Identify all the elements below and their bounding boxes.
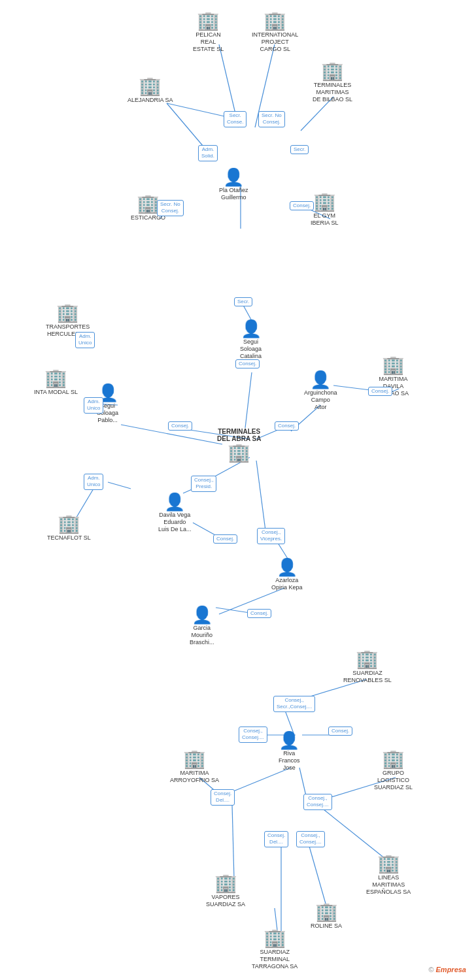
role-consej-riva2[interactable]: Consej. <box>328 727 352 736</box>
role-adm-unico-davila[interactable]: Adm.Unico <box>84 474 103 490</box>
company-alejandria[interactable]: 🏢 ALEJANDRIA SA <box>128 77 173 104</box>
person-garcia[interactable]: 👤 GarciaMouriñoBraschi... <box>190 606 214 645</box>
role-consej-vicepres[interactable]: Consej.,Vicepres. <box>257 528 285 544</box>
role-badge[interactable]: Consej.,Presid. <box>191 476 216 492</box>
role-badge[interactable]: Secr. NoConsej. <box>258 111 285 127</box>
company-label: SUARDIAZRENOVABLES SL <box>343 670 392 684</box>
connection-lines <box>0 0 476 980</box>
company-label: ROLINE SA <box>311 923 342 930</box>
role-consej-maritima-davila[interactable]: Consej. <box>368 387 392 396</box>
company-label: GRUPOLOGISTICOSUARDIAZ SL <box>374 770 413 791</box>
company-label: INTERNATIONALPROJECTCARGO SL <box>252 31 298 52</box>
role-consej-segui-s[interactable]: Consej. <box>235 359 260 368</box>
copyright: © Empresa <box>428 966 466 973</box>
role-secr-segui[interactable]: Secr. <box>234 297 252 306</box>
role-secr-no-consej-1[interactable]: Secr. NoConsej. <box>258 111 285 127</box>
company-inta-modal[interactable]: 🏢 INTA MODAL SL <box>34 369 78 396</box>
role-secr-no-consej-esticargo[interactable]: Secr. NoConsej. <box>157 200 184 216</box>
building-icon: 🏢 <box>137 195 160 213</box>
person-pla-otanez[interactable]: 👤 Pla OtañezGuillermo <box>219 169 248 201</box>
role-badge[interactable]: Consej. <box>213 534 237 544</box>
company-pelican[interactable]: 🏢 PELICANREALESTATE SL <box>193 12 224 52</box>
company-lineas-maritimas[interactable]: 🏢 LINEASMARITIMASESPAÑOLAS SA <box>366 855 411 895</box>
person-icon: 👤 <box>192 606 212 623</box>
role-consej-consej-grupo[interactable]: Consej.,Consej.... <box>303 794 332 810</box>
svg-line-35 <box>320 807 386 859</box>
building-icon: 🏢 <box>139 77 162 95</box>
role-adm-unico-transportes[interactable]: Adm.Unico <box>75 332 95 348</box>
role-consej-el-gym[interactable]: Consej. <box>290 201 314 210</box>
company-el-gym[interactable]: 🏢 EL GYMIBERIA SL <box>311 193 339 227</box>
role-secr-conse[interactable]: Secr.Conse. <box>224 111 246 127</box>
company-label: VAPORESSUARDIAZ SA <box>206 894 245 908</box>
role-badge[interactable]: Consej. <box>290 201 314 210</box>
building-icon: 🏢 <box>264 929 286 947</box>
role-consej-consej-riva[interactable]: Consej.,Consej.... <box>239 727 267 743</box>
role-consej-del-lower[interactable]: Consej.Del.... <box>264 831 288 847</box>
building-icon: 🏢 <box>56 304 79 322</box>
role-badge[interactable]: Consej. <box>368 387 392 396</box>
company-terminales-maritimas[interactable]: 🏢 TERMINALESMARITIMASDE BILBAO SL <box>313 62 352 103</box>
svg-line-34 <box>232 805 234 879</box>
role-badge[interactable]: Consej.,Vicepres. <box>257 528 285 544</box>
building-icon: 🏢 <box>264 12 286 30</box>
person-label: ArguinchonaCampoAitor <box>304 389 337 410</box>
role-badge[interactable]: Adm.Unico <box>84 397 103 414</box>
role-consej-garcia[interactable]: Consej. <box>247 609 271 618</box>
role-badge[interactable]: Consej. <box>328 727 352 736</box>
person-segui-catalina[interactable]: 👤 SeguiSoloagaCatalina <box>240 320 262 359</box>
company-tecnaflot[interactable]: 🏢 TECNAFLOT SL <box>47 515 91 542</box>
person-azarloza[interactable]: 👤 AzarlozaOpiria Kepa <box>271 559 303 591</box>
person-davila-vega[interactable]: 👤 Davila VegaEduardoLuis De La... <box>158 493 192 532</box>
company-roline[interactable]: 🏢 ROLINE SA <box>311 903 342 930</box>
role-consej-arguinchona[interactable]: Consej. <box>275 421 299 431</box>
role-secr-1[interactable]: Secr. <box>290 145 309 154</box>
role-badge[interactable]: Consej.,Consej.... <box>239 727 267 743</box>
company-label: TECNAFLOT SL <box>47 534 91 542</box>
role-badge[interactable]: Consej.,Consej.... <box>303 794 332 810</box>
role-badge[interactable]: Secr. NoConsej. <box>157 200 184 216</box>
role-badge[interactable]: Adm.Unico <box>75 332 95 348</box>
role-badge[interactable]: Secr. <box>290 145 309 154</box>
person-icon: 👤 <box>241 320 262 337</box>
role-badge[interactable]: Consej.Del.... <box>211 789 235 806</box>
company-suardiaz-renovables[interactable]: 🏢 SUARDIAZRENOVABLES SL <box>343 650 392 684</box>
role-badge[interactable]: Consej. <box>235 359 260 368</box>
role-badge[interactable]: Consej. <box>247 609 271 618</box>
company-vapores[interactable]: 🏢 SUARDIAZTERMINALTARRAGONA SA <box>252 929 298 970</box>
role-consej-secr-consej[interactable]: Consej.,Secr.,Consej.... <box>273 696 315 712</box>
role-consej-del-arroyofrio[interactable]: Consej.Del.... <box>211 789 235 806</box>
role-consej-presid[interactable]: Consej.,Presid. <box>191 476 216 492</box>
svg-line-25 <box>256 461 265 531</box>
company-grupo-logistico[interactable]: 🏢 GRUPOLOGISTICOSUARDIAZ SL <box>374 750 413 791</box>
company-terminales-abra[interactable]: TERMINALESDEL ABRA SA 🏢 <box>217 428 261 462</box>
company-maritima-arroyofrio[interactable]: 🏢 MARITIMAARROYOFRIO SA <box>170 750 219 784</box>
person-arguinchona[interactable]: 👤 ArguinchonaCampoAitor <box>304 371 337 410</box>
role-badge[interactable]: Secr. <box>234 297 252 306</box>
role-badge[interactable]: Consej. <box>168 421 192 431</box>
role-adm-unico-inta[interactable]: Adm.Unico <box>84 397 103 414</box>
company-suardiaz-terminal[interactable]: 🏢 VAPORESSUARDIAZ SA <box>206 874 245 908</box>
role-adm-solid[interactable]: Adm.Solid. <box>198 145 218 161</box>
role-badge[interactable]: Secr.Conse. <box>224 111 246 127</box>
role-badge[interactable]: Consej.,Secr.,Consej.... <box>273 696 315 712</box>
building-icon: 🏢 <box>58 515 80 533</box>
building-icon: 🏢 <box>377 855 400 873</box>
role-consej-consej-lower[interactable]: Consej.,Consej.... <box>296 831 325 847</box>
role-badge[interactable]: Adm.Unico <box>84 474 103 490</box>
person-riva-francos[interactable]: 👤 RivaFrancosJose <box>279 732 300 771</box>
role-consej-davila[interactable]: Consej. <box>213 534 237 544</box>
svg-line-20 <box>108 482 131 489</box>
role-consej-segui-pablo[interactable]: Consej. <box>168 421 192 431</box>
building-icon: 🏢 <box>321 62 344 80</box>
person-icon: 👤 <box>279 732 299 749</box>
role-badge[interactable]: Consej. <box>275 421 299 431</box>
role-badge[interactable]: Consej.Del.... <box>264 831 288 847</box>
svg-line-13 <box>245 372 252 428</box>
building-icon: 🏢 <box>315 903 338 921</box>
role-badge[interactable]: Consej.,Consej.... <box>296 831 325 847</box>
company-intl-cargo[interactable]: 🏢 INTERNATIONALPROJECTCARGO SL <box>252 12 298 52</box>
role-badge[interactable]: Adm.Solid. <box>198 145 218 161</box>
diagram-container: 🏢 PELICANREALESTATE SL 🏢 INTERNATIONALPR… <box>0 0 476 980</box>
building-icon-highlight: 🏢 <box>228 444 250 462</box>
